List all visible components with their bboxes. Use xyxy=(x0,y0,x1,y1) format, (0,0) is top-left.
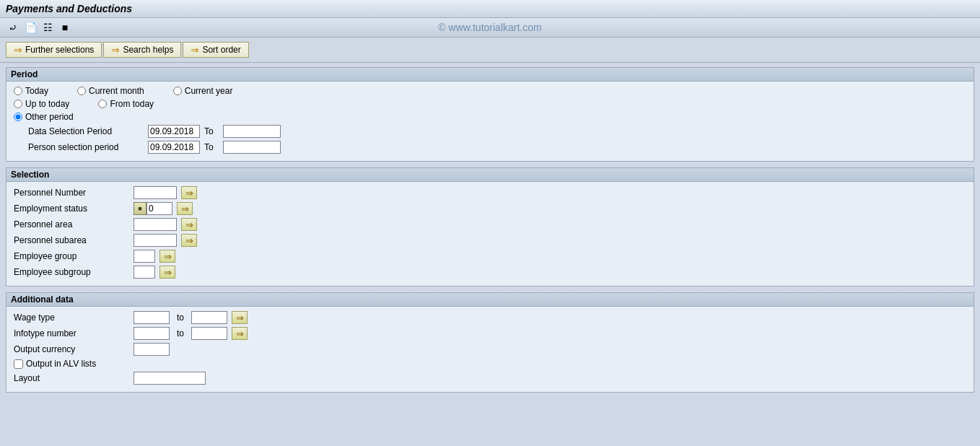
toolbar: ⤾ 📄 ☷ ■ © www.tutorialkart.com xyxy=(0,18,980,38)
wage-type-to-label: to xyxy=(177,312,184,323)
person-selection-to-label: To xyxy=(204,142,219,152)
data-selection-period-label: Data Selection Period xyxy=(28,126,144,136)
radio-up-to-today-label: Up to today xyxy=(25,99,69,109)
infotype-number-label: Infotype number xyxy=(14,328,129,338)
layout-input[interactable] xyxy=(134,372,206,385)
radio-from-today-label: From today xyxy=(110,99,154,109)
employment-status-input[interactable] xyxy=(146,202,172,215)
watermark: © www.tutorialkart.com xyxy=(438,22,541,33)
radio-current-month-input[interactable] xyxy=(77,87,86,95)
radio-other-period-label: Other period xyxy=(25,112,74,122)
radio-from-today-input[interactable] xyxy=(98,100,107,108)
personnel-number-arrow-btn[interactable] xyxy=(181,186,197,199)
personnel-area-input[interactable] xyxy=(134,218,177,231)
search-helps-arrow-icon: ⇒ xyxy=(111,44,120,56)
main-content: Period Today Current month Current year xyxy=(0,63,980,403)
personnel-area-arrow-btn[interactable] xyxy=(181,218,197,231)
employee-group-row: Employee group xyxy=(14,250,966,263)
additional-data-section-body: Wage type to Infotype number to Output c… xyxy=(6,307,974,392)
person-selection-to-input[interactable] xyxy=(223,141,281,154)
personnel-subarea-label: Personnel subarea xyxy=(14,235,129,245)
output-currency-label: Output currency xyxy=(14,344,129,354)
radio-today-input[interactable] xyxy=(14,87,22,95)
radio-today[interactable]: Today xyxy=(14,86,48,96)
layout-label: Layout xyxy=(14,373,129,383)
radio-current-month-label: Current month xyxy=(89,86,144,96)
title-bar: Payments and Deductions xyxy=(0,0,980,18)
employee-subgroup-input[interactable] xyxy=(134,266,155,279)
output-currency-row: Output currency xyxy=(14,343,966,356)
period-section-body: Today Current month Current year Up to t… xyxy=(6,82,974,161)
radio-other-period[interactable]: Other period xyxy=(14,112,74,122)
wage-type-from-input[interactable] xyxy=(134,311,170,324)
next-icon[interactable]: 📄 xyxy=(23,20,38,35)
radio-current-year-label: Current year xyxy=(185,86,233,96)
info-icon[interactable]: ☷ xyxy=(40,20,55,35)
period-row-3: Other period xyxy=(14,112,966,122)
wage-type-row: Wage type to xyxy=(14,311,966,324)
period-row-1: Today Current month Current year xyxy=(14,86,966,96)
radio-up-to-today-input[interactable] xyxy=(14,100,22,108)
tab-sort-order[interactable]: ⇒ Sort order xyxy=(183,42,248,58)
output-alv-row: Output in ALV lists xyxy=(14,359,966,369)
selection-section-body: Personnel Number Employment status ■ Per… xyxy=(6,182,974,286)
infotype-number-row: Infotype number to xyxy=(14,327,966,340)
employee-subgroup-label: Employee subgroup xyxy=(14,267,129,277)
radio-up-to-today[interactable]: Up to today xyxy=(14,99,69,109)
personnel-number-input[interactable] xyxy=(134,186,177,199)
further-selections-arrow-icon: ⇒ xyxy=(14,44,22,56)
tab-search-helps[interactable]: ⇒ Search helps xyxy=(103,42,181,58)
personnel-subarea-input[interactable] xyxy=(134,234,177,247)
employee-group-label: Employee group xyxy=(14,251,129,261)
tab-further-selections[interactable]: ⇒ Further selections xyxy=(6,42,102,58)
additional-data-section: Additional data Wage type to Infotype nu… xyxy=(6,292,974,393)
radio-current-year-input[interactable] xyxy=(173,87,182,95)
selection-section: Selection Personnel Number Employment st… xyxy=(6,167,974,287)
employment-status-input-group: ■ xyxy=(134,202,172,215)
save-icon[interactable]: ■ xyxy=(58,20,72,35)
radio-today-label: Today xyxy=(25,86,48,96)
page-title: Payments and Deductions xyxy=(6,3,132,14)
prev-icon[interactable]: ⤾ xyxy=(6,20,20,35)
personnel-area-row: Personnel area xyxy=(14,218,966,231)
employee-subgroup-arrow-btn[interactable] xyxy=(159,266,175,279)
selection-section-header: Selection xyxy=(6,168,974,182)
tab-further-selections-label: Further selections xyxy=(25,45,94,55)
period-row-2: Up to today From today xyxy=(14,99,966,109)
radio-other-period-input[interactable] xyxy=(14,113,22,121)
output-currency-input[interactable] xyxy=(134,343,170,356)
employment-status-label: Employment status xyxy=(14,204,129,214)
employment-status-btn[interactable]: ■ xyxy=(134,202,146,215)
data-selection-to-input[interactable] xyxy=(223,125,281,138)
period-section: Period Today Current month Current year xyxy=(6,67,974,162)
infotype-number-to-input[interactable] xyxy=(191,327,227,340)
employment-status-arrow-btn[interactable] xyxy=(177,202,193,215)
personnel-subarea-row: Personnel subarea xyxy=(14,234,966,247)
additional-data-section-header: Additional data xyxy=(6,293,974,307)
personnel-subarea-arrow-btn[interactable] xyxy=(181,234,197,247)
employee-group-arrow-btn[interactable] xyxy=(159,250,175,263)
radio-from-today[interactable]: From today xyxy=(98,99,154,109)
output-alv-label: Output in ALV lists xyxy=(26,359,96,369)
person-selection-from-input[interactable] xyxy=(148,141,200,154)
wage-type-label: Wage type xyxy=(14,312,129,323)
radio-current-month[interactable]: Current month xyxy=(77,86,144,96)
infotype-number-to-label: to xyxy=(177,328,184,338)
infotype-number-arrow-btn[interactable] xyxy=(232,327,248,340)
radio-current-year[interactable]: Current year xyxy=(173,86,233,96)
output-alv-checkbox[interactable] xyxy=(14,359,23,369)
wage-type-arrow-btn[interactable] xyxy=(232,311,248,324)
infotype-number-from-input[interactable] xyxy=(134,327,170,340)
wage-type-to-input[interactable] xyxy=(191,311,227,324)
period-section-header: Period xyxy=(6,68,974,82)
person-selection-period-label: Person selection period xyxy=(28,142,144,152)
data-selection-period-row: Data Selection Period To xyxy=(28,125,966,138)
employee-subgroup-row: Employee subgroup xyxy=(14,266,966,279)
personnel-area-label: Personnel area xyxy=(14,219,129,229)
tab-bar: ⇒ Further selections ⇒ Search helps ⇒ So… xyxy=(0,38,980,63)
employee-group-input[interactable] xyxy=(134,250,155,263)
layout-row: Layout xyxy=(14,372,966,385)
data-selection-from-input[interactable] xyxy=(148,125,200,138)
person-selection-period-row: Person selection period To xyxy=(28,141,966,154)
personnel-number-label: Personnel Number xyxy=(14,188,129,198)
